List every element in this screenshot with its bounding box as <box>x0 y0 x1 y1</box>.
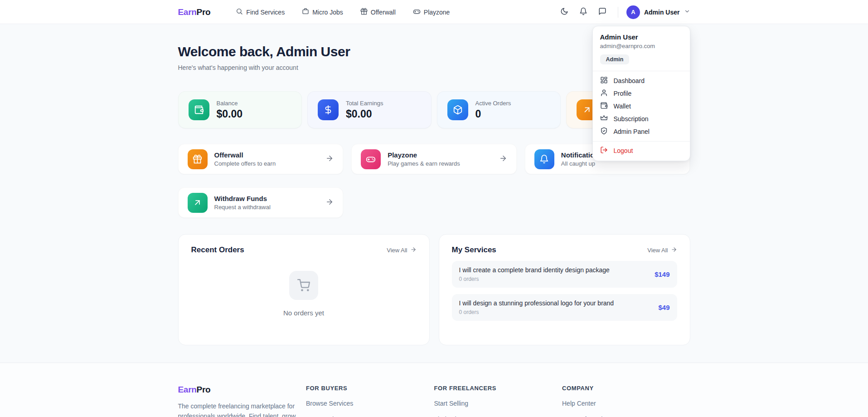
user-menu-trigger[interactable]: A Admin User <box>626 5 690 19</box>
footer-column-heading: FOR FREELANCERS <box>434 385 563 392</box>
gamepad-icon <box>361 149 381 169</box>
menu-item-admin-panel[interactable]: Admin Panel <box>593 125 690 138</box>
page: EarnPro Find Services Micro Jobs Offerwa… <box>0 0 868 417</box>
gift-icon <box>360 8 368 16</box>
menu-item-label: Dashboard <box>614 77 645 84</box>
nav-link-label: Playzone <box>424 9 450 16</box>
gift-icon <box>188 149 208 169</box>
menu-item-label: Subscription <box>614 115 649 123</box>
dropdown-user-email: admin@earnpro.com <box>600 43 683 49</box>
action-subtitle: All caught up <box>561 160 602 167</box>
menu-item-label: Wallet <box>614 103 631 110</box>
user-dropdown-menu: Admin User admin@earnpro.com Admin Dashb… <box>592 26 690 161</box>
service-price: $149 <box>647 270 669 278</box>
role-badge: Admin <box>600 54 630 64</box>
action-subtitle: Request a withdrawal <box>214 204 271 211</box>
logout-icon <box>600 146 608 155</box>
dashboard-grid-icon <box>600 76 608 85</box>
footer-column-heading: COMPANY <box>562 385 690 392</box>
stat-card-balance: Balance $0.00 <box>178 91 302 128</box>
avatar: A <box>626 5 640 19</box>
user-name: Admin User <box>644 9 680 16</box>
footer-column-heading: FOR BUYERS <box>306 385 434 392</box>
menu-item-profile[interactable]: Profile <box>593 87 690 100</box>
action-card-playzone[interactable]: Playzone Play games & earn rewards <box>351 144 517 174</box>
menu-item-label: Admin Panel <box>614 128 650 135</box>
stat-value: $0.00 <box>346 108 383 120</box>
action-subtitle: Complete offers to earn <box>214 160 276 167</box>
nav-link-label: Micro Jobs <box>312 9 343 16</box>
action-card-offerwall[interactable]: Offerwall Complete offers to earn <box>178 144 344 174</box>
gamepad-icon <box>413 8 421 17</box>
menu-item-wallet[interactable]: Wallet <box>593 100 690 113</box>
footer-link-start-selling[interactable]: Start Selling <box>434 399 563 408</box>
arrow-right-icon <box>325 154 334 164</box>
menu-item-subscription[interactable]: Subscription <box>593 113 690 125</box>
footer-link-post-a-job[interactable]: Post a Job <box>306 415 434 417</box>
briefcase-icon <box>302 8 309 16</box>
arrow-up-right-icon <box>188 193 208 213</box>
brand-logo-secondary: Pro <box>197 7 211 17</box>
bell-icon <box>534 149 554 169</box>
wallet-icon <box>600 102 608 111</box>
panel-title: My Services <box>452 245 496 255</box>
user-dropdown-header: Admin User admin@earnpro.com Admin <box>593 26 690 71</box>
my-services-panel: My Services View All I will create a com… <box>439 234 690 345</box>
action-title: Withdraw Funds <box>214 195 271 202</box>
wallet-icon <box>189 99 209 120</box>
footer-link-browse-services[interactable]: Browse Services <box>306 399 434 408</box>
empty-state-text: No orders yet <box>283 309 324 317</box>
footer-link-terms-of-service[interactable]: Terms of Service <box>562 415 690 417</box>
footer-description: The complete freelancing marketplace for… <box>178 401 298 417</box>
footer-brand-logo[interactable]: EarnPro <box>178 385 306 395</box>
stat-label: Total Earnings <box>346 100 383 107</box>
messages-button[interactable] <box>595 5 610 20</box>
stat-value: $0.00 <box>217 108 243 120</box>
nav-link-micro-jobs[interactable]: Micro Jobs <box>302 8 343 16</box>
nav-link-label: Find Services <box>246 9 285 16</box>
brand-logo-secondary: Pro <box>197 385 211 394</box>
service-list-item[interactable]: I will design a stunning professional lo… <box>452 294 677 321</box>
nav-link-playzone[interactable]: Playzone <box>413 8 450 17</box>
recent-orders-panel: Recent Orders View All No orders yet <box>178 234 430 345</box>
moon-icon <box>560 7 568 17</box>
menu-item-dashboard[interactable]: Dashboard <box>593 74 690 87</box>
service-orders-count: 0 orders <box>459 309 614 315</box>
footer-link-find-jobs[interactable]: Find Jobs <box>434 415 563 417</box>
brand-logo-primary: Earn <box>178 385 197 394</box>
footer-column-for-freelancers: FOR FREELANCERS Start Selling Find Jobs <box>434 385 563 417</box>
dropdown-user-name: Admin User <box>600 33 683 41</box>
view-all-label: View All <box>647 247 668 254</box>
action-subtitle: Play games & earn rewards <box>388 160 460 167</box>
nav-link-find-services[interactable]: Find Services <box>236 8 285 16</box>
recent-orders-view-all-link[interactable]: View All <box>387 246 416 254</box>
service-list-item[interactable]: I will create a complete brand identity … <box>452 261 677 288</box>
crown-icon <box>600 114 608 123</box>
arrow-right-icon <box>499 154 507 164</box>
view-all-label: View All <box>387 247 407 254</box>
chevron-down-icon <box>684 8 690 16</box>
arrow-right-icon <box>410 246 417 254</box>
bell-icon <box>579 7 587 17</box>
chat-icon <box>598 7 606 17</box>
panels-row: Recent Orders View All No orders yet My … <box>178 234 690 345</box>
top-navbar: EarnPro Find Services Micro Jobs Offerwa… <box>0 0 868 24</box>
footer-column-for-buyers: FOR BUYERS Browse Services Post a Job <box>306 385 434 417</box>
user-icon <box>600 89 608 98</box>
my-services-view-all-link[interactable]: View All <box>647 246 677 254</box>
stat-value: 0 <box>475 108 511 120</box>
stat-label: Balance <box>217 100 243 107</box>
footer-link-help-center[interactable]: Help Center <box>562 399 690 408</box>
action-card-withdraw-funds[interactable]: Withdraw Funds Request a withdrawal <box>178 187 344 218</box>
navbar-right: A Admin User <box>557 5 690 20</box>
notifications-button[interactable] <box>576 5 591 20</box>
page-footer: EarnPro The complete freelancing marketp… <box>0 363 868 417</box>
arrow-right-icon <box>671 246 677 254</box>
stat-card-active-orders: Active Orders 0 <box>437 91 561 128</box>
menu-item-logout[interactable]: Logout <box>593 144 690 157</box>
nav-link-offerwall[interactable]: Offerwall <box>360 8 396 16</box>
brand-logo[interactable]: EarnPro <box>178 7 211 17</box>
footer-column-company: COMPANY Help Center Terms of Service <box>562 385 690 417</box>
action-title: Playzone <box>388 151 460 159</box>
theme-toggle-button[interactable] <box>557 5 572 20</box>
